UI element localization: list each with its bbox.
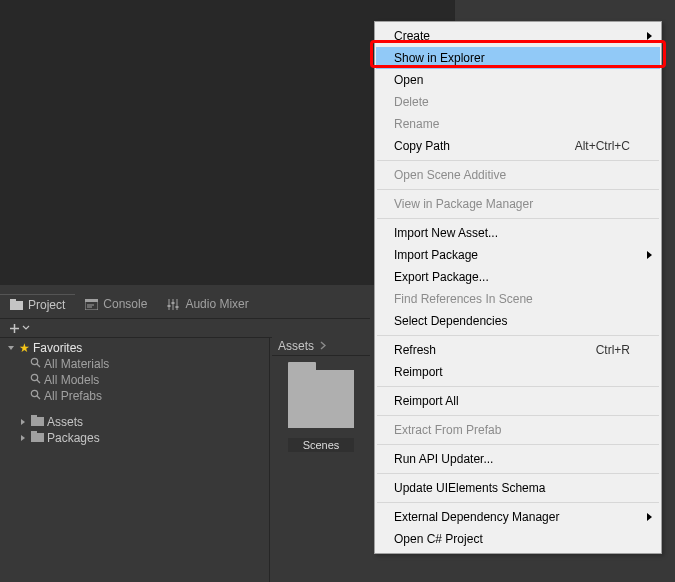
breadcrumb[interactable]: Assets (272, 336, 370, 356)
menu-item-delete: Delete (376, 91, 660, 113)
menu-item-label: Rename (394, 117, 630, 131)
menu-item-open-scene-additive: Open Scene Additive (376, 164, 660, 186)
menu-item-label: Copy Path (394, 139, 575, 153)
sidebar-fav-item[interactable]: All Models (0, 372, 269, 388)
folder-icon (31, 415, 44, 429)
menu-item-label: Select Dependencies (394, 314, 630, 328)
context-menu: CreateShow in ExplorerOpenDeleteRenameCo… (374, 21, 662, 554)
menu-item-label: Extract From Prefab (394, 423, 630, 437)
svg-rect-11 (176, 306, 179, 308)
tab-label: Console (103, 297, 147, 311)
search-icon (30, 357, 41, 371)
menu-item-open[interactable]: Open (376, 69, 660, 91)
menu-separator (377, 335, 659, 336)
menu-item-label: Reimport All (394, 394, 630, 408)
menu-item-label: Find References In Scene (394, 292, 630, 306)
menu-item-import-package[interactable]: Import Package (376, 244, 660, 266)
sidebar-item-assets[interactable]: Assets (0, 414, 269, 430)
menu-item-view-in-package-manager: View in Package Manager (376, 193, 660, 215)
svg-rect-1 (10, 299, 16, 302)
svg-point-18 (31, 390, 37, 396)
menu-separator (377, 189, 659, 190)
menu-item-label: Open C# Project (394, 532, 630, 546)
menu-item-export-package[interactable]: Export Package... (376, 266, 660, 288)
star-icon: ★ (19, 341, 30, 355)
menu-item-label: Delete (394, 95, 630, 109)
project-toolbar (0, 318, 370, 338)
tab-label: Audio Mixer (185, 297, 248, 311)
fav-item-label: All Models (44, 373, 99, 387)
menu-item-shortcut: Alt+Ctrl+C (575, 139, 630, 153)
packages-label: Packages (47, 431, 100, 445)
submenu-arrow-icon (647, 251, 652, 259)
svg-point-16 (31, 374, 37, 380)
svg-rect-0 (10, 301, 23, 310)
foldout-icon[interactable] (18, 418, 28, 426)
menu-item-label: Reimport (394, 365, 630, 379)
asset-caption: Scenes (288, 438, 354, 452)
menu-separator (377, 386, 659, 387)
search-icon (30, 373, 41, 387)
menu-item-create[interactable]: Create (376, 25, 660, 47)
folder-icon (288, 370, 354, 428)
menu-item-run-api-updater[interactable]: Run API Updater... (376, 448, 660, 470)
menu-item-select-dependencies[interactable]: Select Dependencies (376, 310, 660, 332)
menu-separator (377, 502, 659, 503)
menu-item-open-c-project[interactable]: Open C# Project (376, 528, 660, 550)
menu-separator (377, 473, 659, 474)
menu-item-label: Run API Updater... (394, 452, 630, 466)
menu-item-label: External Dependency Manager (394, 510, 630, 524)
search-icon (30, 389, 41, 403)
menu-item-reimport-all[interactable]: Reimport All (376, 390, 660, 412)
tab-console[interactable]: Console (75, 294, 157, 314)
menu-item-show-in-explorer[interactable]: Show in Explorer (376, 47, 660, 69)
tab-project[interactable]: Project (0, 294, 75, 315)
svg-line-15 (37, 364, 40, 367)
svg-rect-10 (172, 302, 175, 304)
asset-tile[interactable]: Scenes (288, 370, 354, 452)
svg-rect-21 (31, 415, 37, 418)
menu-separator (377, 218, 659, 219)
assets-grid: Assets Scenes (272, 336, 370, 582)
menu-item-label: Show in Explorer (394, 51, 630, 65)
svg-point-14 (31, 358, 37, 364)
menu-item-copy-path[interactable]: Copy PathAlt+Ctrl+C (376, 135, 660, 157)
menu-item-import-new-asset[interactable]: Import New Asset... (376, 222, 660, 244)
add-button[interactable] (4, 321, 34, 336)
menu-separator (377, 444, 659, 445)
menu-item-update-uielements-schema[interactable]: Update UIElements Schema (376, 477, 660, 499)
folder-icon (31, 431, 44, 445)
tab-audio-mixer[interactable]: Audio Mixer (157, 294, 258, 314)
menu-item-extract-from-prefab: Extract From Prefab (376, 419, 660, 441)
menu-separator (377, 160, 659, 161)
menu-item-label: Export Package... (394, 270, 630, 284)
assets-label: Assets (47, 415, 83, 429)
svg-rect-20 (31, 417, 44, 426)
svg-rect-23 (31, 431, 37, 434)
sidebar-favorites[interactable]: ★ Favorites (0, 340, 269, 356)
submenu-arrow-icon (647, 32, 652, 40)
foldout-icon[interactable] (18, 434, 28, 442)
sidebar-fav-item[interactable]: All Materials (0, 356, 269, 372)
menu-item-label: Update UIElements Schema (394, 481, 630, 495)
menu-item-external-dependency-manager[interactable]: External Dependency Manager (376, 506, 660, 528)
sidebar-item-packages[interactable]: Packages (0, 430, 269, 446)
menu-item-refresh[interactable]: RefreshCtrl+R (376, 339, 660, 361)
menu-item-label: Open (394, 73, 630, 87)
fav-item-label: All Materials (44, 357, 109, 371)
foldout-icon[interactable] (6, 344, 16, 352)
chevron-right-icon (320, 339, 326, 353)
menu-item-label: View in Package Manager (394, 197, 630, 211)
menu-item-reimport[interactable]: Reimport (376, 361, 660, 383)
menu-item-label: Import Package (394, 248, 630, 262)
bottom-panel-tabs: Project Console Audio Mixer (0, 293, 370, 315)
menu-item-label: Refresh (394, 343, 596, 357)
project-icon (10, 299, 23, 310)
favorites-label: Favorites (33, 341, 82, 355)
audio-mixer-icon (167, 299, 180, 310)
svg-rect-3 (85, 299, 98, 302)
menu-separator (377, 415, 659, 416)
fav-item-label: All Prefabs (44, 389, 102, 403)
sidebar-fav-item[interactable]: All Prefabs (0, 388, 269, 404)
menu-item-find-references-in-scene: Find References In Scene (376, 288, 660, 310)
